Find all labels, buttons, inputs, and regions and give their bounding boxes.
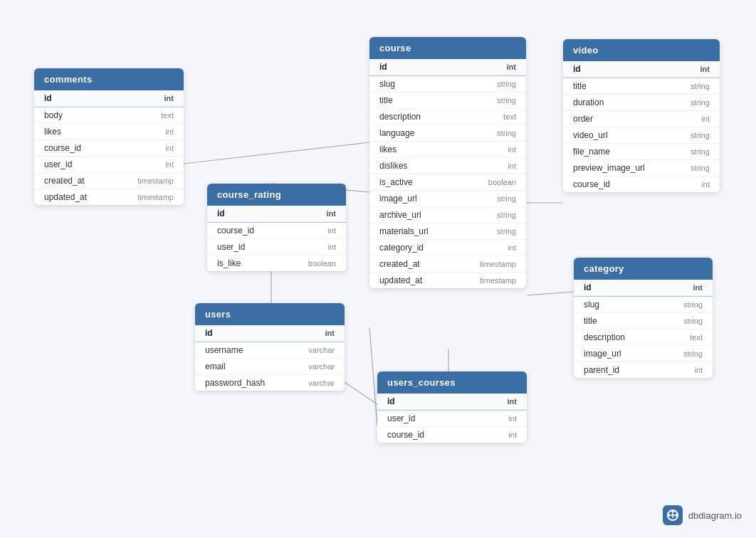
field-type: int: [693, 283, 703, 292]
table-row: video_url string: [563, 127, 720, 144]
table-row: course_id int: [563, 176, 720, 192]
table-row: id int: [34, 90, 184, 107]
field-name: course_id: [44, 143, 81, 153]
field-type: text: [161, 111, 174, 120]
table-row: is_like boolean: [207, 255, 346, 271]
table-row: parent_id int: [574, 362, 713, 378]
field-name: dislikes: [379, 161, 407, 171]
table-row: user_id int: [34, 157, 184, 173]
table-row: category_id int: [369, 240, 526, 256]
field-name: id: [584, 283, 592, 292]
field-name: course_id: [217, 226, 254, 236]
table-row: created_at timestamp: [34, 173, 184, 189]
diagram-canvas: comments id int body text likes int cour…: [0, 0, 756, 538]
field-name: user_id: [387, 413, 415, 423]
field-type: string: [497, 227, 516, 236]
field-type: int: [694, 366, 703, 374]
table-comments[interactable]: comments id int body text likes int cour…: [34, 68, 184, 205]
field-type: int: [508, 145, 516, 154]
brand-text: dbdiagram.io: [688, 510, 742, 521]
table-users-courses-header: users_courses: [377, 371, 527, 394]
field-name: likes: [44, 127, 61, 137]
field-name: user_id: [217, 242, 245, 252]
table-row: user_id int: [377, 411, 527, 427]
table-row: image_url string: [574, 346, 713, 362]
table-course[interactable]: course id int slug string title string d…: [369, 37, 526, 288]
table-row: email varchar: [195, 359, 345, 375]
table-row: id int: [563, 61, 720, 78]
field-type: string: [683, 300, 703, 309]
brand-icon: [663, 505, 683, 525]
table-users-header: users: [195, 303, 345, 325]
table-row: course_id int: [34, 140, 184, 157]
field-type: int: [165, 144, 174, 152]
table-course-header: course: [369, 37, 526, 59]
field-type: varchar: [308, 362, 335, 371]
table-row: created_at timestamp: [369, 256, 526, 273]
table-row: id int: [574, 280, 713, 296]
field-type: int: [165, 127, 174, 136]
table-course-rating[interactable]: course_rating id int course_id int user_…: [207, 184, 346, 271]
field-type: string: [691, 147, 710, 156]
table-video-header: video: [563, 39, 720, 61]
field-type: boolean: [308, 259, 336, 268]
field-type: timestamp: [137, 176, 174, 185]
field-type: string: [497, 129, 516, 137]
field-type: int: [327, 243, 336, 251]
table-row: title string: [574, 313, 713, 329]
field-name: updated_at: [379, 275, 422, 285]
field-type: string: [497, 96, 516, 105]
field-name: description: [584, 332, 625, 342]
field-type: int: [508, 414, 517, 423]
field-type: varchar: [308, 379, 335, 387]
field-type: string: [683, 349, 703, 358]
field-type: timestamp: [480, 276, 516, 285]
field-type: boolean: [488, 178, 516, 186]
field-type: int: [508, 431, 517, 439]
field-name: likes: [379, 144, 397, 154]
table-row: duration string: [563, 95, 720, 111]
field-name: materials_url: [379, 226, 429, 236]
table-course-rating-header: course_rating: [207, 184, 346, 206]
field-type: int: [327, 209, 336, 218]
field-name: id: [217, 209, 225, 218]
field-name: parent_id: [584, 365, 619, 375]
table-users[interactable]: users id int username varchar email varc…: [195, 303, 345, 391]
table-row: is_active boolean: [369, 174, 526, 191]
field-type: timestamp: [480, 260, 516, 268]
field-type: int: [701, 115, 710, 123]
table-row: order int: [563, 111, 720, 127]
field-name: archive_url: [379, 210, 421, 220]
table-video[interactable]: video id int title string duration strin…: [563, 39, 720, 192]
field-name: video_url: [573, 130, 608, 140]
field-name: created_at: [379, 259, 420, 269]
field-name: slug: [379, 79, 395, 89]
field-type: int: [507, 63, 516, 71]
field-name: title: [573, 81, 587, 91]
field-name: image_url: [379, 194, 417, 204]
table-row: slug string: [369, 76, 526, 93]
table-category[interactable]: category id int slug string title string…: [574, 258, 713, 378]
field-name: is_active: [379, 177, 413, 187]
field-name: preview_image_url: [573, 163, 645, 173]
field-type: int: [165, 160, 174, 169]
field-name: language: [379, 128, 414, 138]
table-row: likes int: [34, 124, 184, 140]
field-name: slug: [584, 300, 599, 310]
field-type: string: [691, 98, 710, 107]
table-row: slug string: [574, 297, 713, 313]
field-type: string: [683, 317, 703, 325]
table-row: description text: [574, 329, 713, 346]
field-name: user_id: [44, 159, 72, 169]
field-name: duration: [573, 97, 604, 107]
table-row: body text: [34, 107, 184, 124]
table-row: title string: [369, 93, 526, 109]
table-row: course_id int: [207, 223, 346, 239]
field-name: id: [573, 64, 581, 74]
table-row: title string: [563, 78, 720, 95]
field-type: int: [700, 65, 710, 73]
table-users-courses[interactable]: users_courses id int user_id int course_…: [377, 371, 527, 443]
table-row: description text: [369, 109, 526, 125]
field-name: category_id: [379, 243, 424, 253]
table-comments-header: comments: [34, 68, 184, 90]
